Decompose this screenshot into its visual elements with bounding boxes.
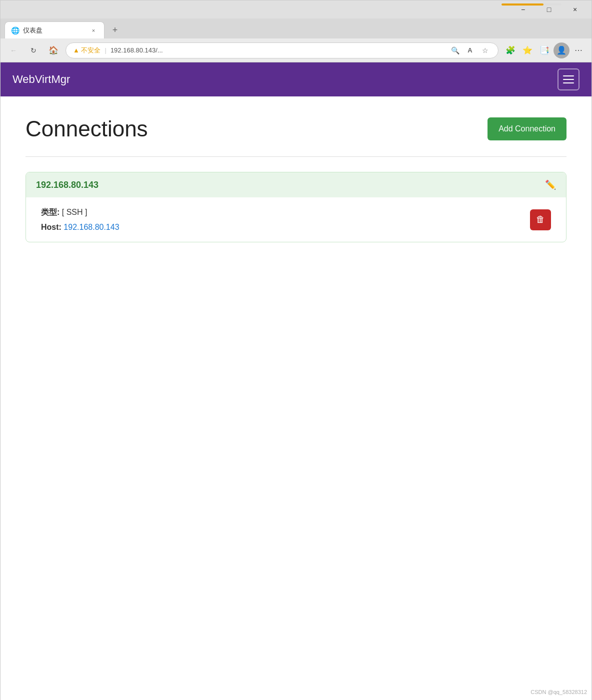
main-content: Connections Add Connection 192.168.80.14… — [0, 96, 592, 700]
hamburger-menu-button[interactable] — [558, 68, 580, 90]
url-display: 192.168.80.143/... — [110, 46, 445, 54]
host-label: Host: — [41, 223, 62, 231]
header-divider — [26, 156, 566, 157]
browser-tab[interactable]: 🌐 仪表盘 × — [4, 21, 104, 38]
new-tab-button[interactable]: + — [106, 21, 124, 38]
connection-card-body: 类型: [ SSH ] Host: 192.168.80.143 🗑 — [26, 197, 566, 242]
tab-close-button[interactable]: × — [89, 26, 98, 35]
page-header: Connections Add Connection — [26, 116, 566, 141]
type-label: 类型: — [41, 208, 60, 216]
favorites-icon[interactable]: ☆ — [479, 44, 491, 56]
home-button[interactable]: 🏠 — [46, 42, 62, 58]
type-value: [ SSH ] — [62, 208, 88, 216]
add-connection-button[interactable]: Add Connection — [488, 117, 566, 140]
connection-card: 192.168.80.143 ✏️ 类型: [ SSH ] Host: 192.… — [26, 172, 566, 242]
reader-mode-icon[interactable]: A — [464, 44, 476, 56]
trash-icon: 🗑 — [536, 214, 545, 225]
back-button[interactable]: ← — [6, 42, 22, 58]
settings-more-icon[interactable]: ⋯ — [570, 42, 586, 58]
host-row: Host: 192.168.80.143 — [41, 223, 120, 232]
address-bar-input[interactable]: ▲ 不安全 | 192.168.80.143/... 🔍 A ☆ — [66, 42, 498, 58]
watermark: CSDN @qq_58328312 — [530, 689, 587, 695]
favorites-bar-icon[interactable]: ⭐ — [520, 42, 536, 58]
page-title: Connections — [26, 116, 148, 141]
tab-title: 仪表盘 — [23, 26, 85, 35]
close-button[interactable]: × — [564, 1, 586, 17]
delete-connection-button[interactable]: 🗑 — [530, 209, 551, 230]
security-warning: ▲ 不安全 — [73, 46, 100, 55]
edit-connection-icon[interactable]: ✏️ — [545, 179, 556, 190]
tab-favicon: 🌐 — [11, 26, 19, 34]
profile-button[interactable]: 👤 — [554, 42, 570, 58]
search-icon[interactable]: 🔍 — [449, 44, 461, 56]
connection-ip: 192.168.80.143 — [36, 180, 98, 190]
refresh-button[interactable]: ↻ — [26, 42, 42, 58]
type-row: 类型: [ SSH ] — [41, 207, 120, 218]
collections-icon[interactable]: 📑 — [536, 42, 552, 58]
host-link[interactable]: 192.168.80.143 — [64, 223, 119, 231]
connection-details: 类型: [ SSH ] Host: 192.168.80.143 — [41, 207, 120, 232]
app-header: WebVirtMgr — [0, 62, 592, 96]
extensions-icon[interactable]: 🧩 — [502, 42, 518, 58]
connection-card-header: 192.168.80.143 ✏️ — [26, 172, 566, 197]
app-brand: WebVirtMgr — [12, 73, 70, 86]
